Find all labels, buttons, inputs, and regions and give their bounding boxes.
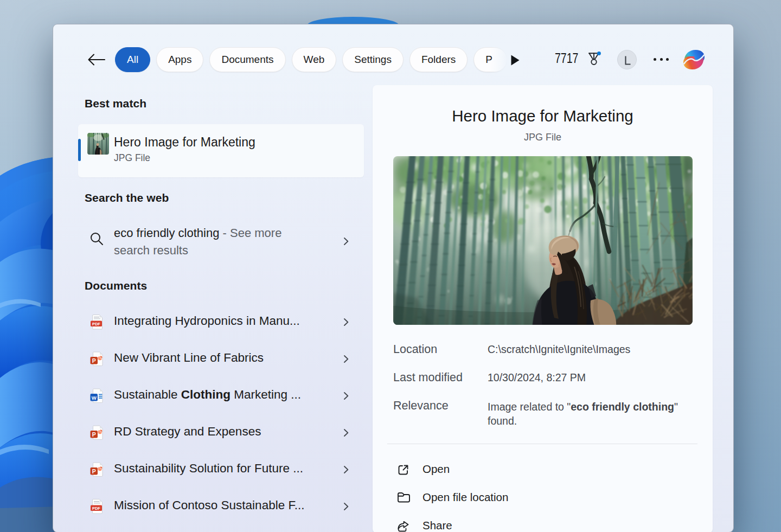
svg-text:P: P [92, 431, 96, 438]
svg-text:P: P [92, 357, 96, 364]
svg-text:P: P [92, 468, 96, 475]
svg-text:PDF: PDF [92, 505, 100, 510]
svg-text:PDF: PDF [92, 321, 100, 326]
svg-text:W: W [92, 394, 97, 400]
